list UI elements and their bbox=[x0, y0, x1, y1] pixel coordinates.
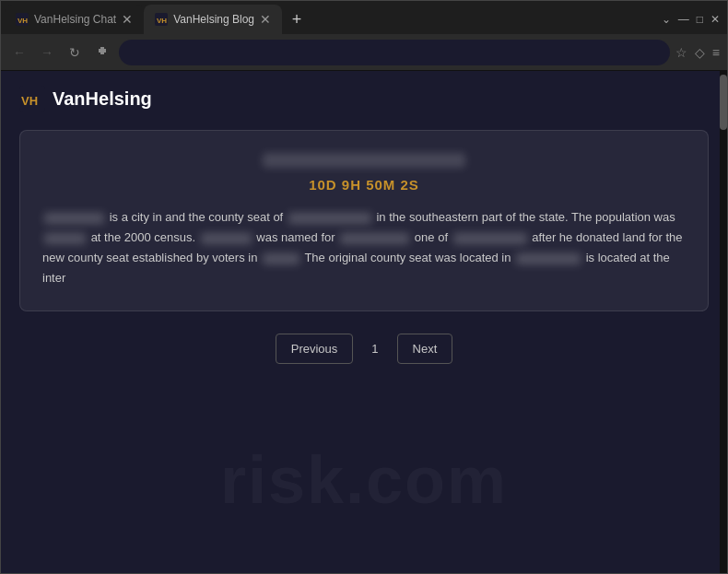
blurred-word-4 bbox=[201, 233, 252, 244]
tab-chat[interactable]: VH VanHelsing Chat ✕ bbox=[5, 5, 144, 34]
tab-favicon-chat: VH bbox=[16, 13, 29, 26]
back-button[interactable]: ← bbox=[8, 41, 30, 64]
pagination: Previous 1 Next bbox=[19, 334, 709, 364]
page-content: VH VanHelsing 10D 9H 50M 2S is a city in… bbox=[1, 71, 727, 573]
browser-frame: VH VanHelsing Chat ✕ VH VanHelsing Blog … bbox=[0, 0, 728, 574]
text-5: one of bbox=[415, 230, 452, 244]
tab-chat-label: VanHelsing Chat bbox=[34, 13, 116, 26]
text-4: was named for bbox=[256, 230, 338, 244]
svg-text:VH: VH bbox=[18, 17, 28, 25]
page-inner: VH VanHelsing 10D 9H 50M 2S is a city in… bbox=[1, 71, 727, 573]
tab-favicon-blog: VH bbox=[155, 13, 168, 26]
logo-text: VanHelsing bbox=[53, 88, 152, 110]
article-timer: 10D 9H 50M 2S bbox=[42, 177, 686, 193]
article-body: is a city in and the county seat of in t… bbox=[42, 207, 686, 288]
next-button[interactable]: Next bbox=[397, 334, 453, 364]
blurred-word-7 bbox=[263, 253, 299, 264]
new-tab-button[interactable]: + bbox=[282, 5, 311, 34]
maximize-button[interactable]: □ bbox=[697, 13, 703, 26]
tab-blog[interactable]: VH VanHelsing Blog ✕ bbox=[144, 5, 282, 34]
blurred-word-5 bbox=[340, 233, 409, 244]
tab-chat-close[interactable]: ✕ bbox=[122, 13, 133, 26]
text-1: is a city in and the county seat of bbox=[110, 210, 287, 224]
text-3: at the 2000 census. bbox=[91, 230, 199, 244]
tab-blog-label: VanHelsing Blog bbox=[173, 13, 254, 26]
logo: VH VanHelsing bbox=[19, 86, 709, 111]
watermark: risk.com bbox=[220, 442, 508, 518]
tab-spacer: ⌄ — □ ✕ bbox=[311, 5, 727, 34]
article-card: 10D 9H 50M 2S is a city in and the count… bbox=[19, 130, 709, 311]
text-2: in the southeastern part of the state. T… bbox=[376, 210, 675, 224]
blurred-word-1 bbox=[44, 213, 104, 224]
article-title bbox=[263, 153, 465, 168]
previous-button[interactable]: Previous bbox=[276, 334, 354, 364]
extensions-button[interactable] bbox=[91, 41, 113, 64]
logo-icon: VH bbox=[19, 86, 45, 111]
blurred-word-3 bbox=[44, 233, 86, 244]
tab-dropdown-icon[interactable]: ⌄ bbox=[662, 13, 671, 26]
shield-icon[interactable]: ◇ bbox=[695, 45, 705, 60]
close-button[interactable]: ✕ bbox=[710, 13, 720, 26]
blurred-word-2 bbox=[288, 213, 371, 224]
blurred-word-8 bbox=[516, 253, 581, 264]
address-input[interactable] bbox=[119, 40, 670, 65]
blurred-word-6 bbox=[453, 233, 527, 244]
page-number: 1 bbox=[360, 334, 389, 363]
address-icons: ☆ ◇ ≡ bbox=[675, 45, 720, 60]
tab-blog-close[interactable]: ✕ bbox=[260, 13, 271, 26]
bookmark-icon[interactable]: ☆ bbox=[675, 45, 687, 60]
minimize-button[interactable]: — bbox=[678, 13, 689, 26]
svg-text:VH: VH bbox=[157, 17, 167, 25]
address-bar: ← → ↻ ☆ ◇ ≡ bbox=[1, 34, 727, 71]
forward-button[interactable]: → bbox=[36, 41, 58, 64]
settings-icon[interactable]: ≡ bbox=[712, 45, 720, 60]
text-7: The original county seat was located in bbox=[304, 251, 514, 264]
refresh-button[interactable]: ↻ bbox=[64, 41, 86, 64]
svg-text:VH: VH bbox=[21, 94, 38, 108]
tab-bar: VH VanHelsing Chat ✕ VH VanHelsing Blog … bbox=[1, 1, 727, 34]
